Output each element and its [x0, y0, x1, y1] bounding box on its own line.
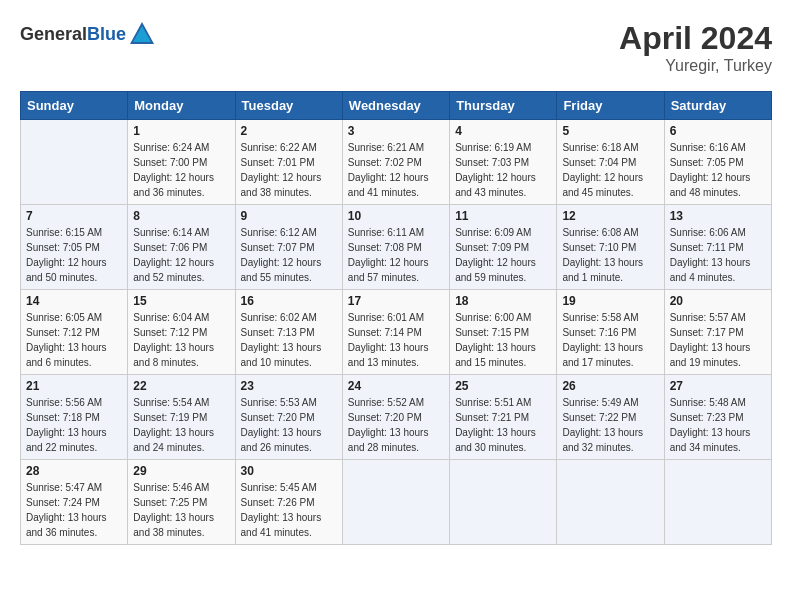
day-info: Sunrise: 6:12 AMSunset: 7:07 PMDaylight:…: [241, 225, 337, 285]
day-number: 18: [455, 294, 551, 308]
day-info: Sunrise: 6:15 AMSunset: 7:05 PMDaylight:…: [26, 225, 122, 285]
day-info: Sunrise: 6:01 AMSunset: 7:14 PMDaylight:…: [348, 310, 444, 370]
logo-icon: [128, 20, 156, 48]
day-cell: 28Sunrise: 5:47 AMSunset: 7:24 PMDayligh…: [21, 460, 128, 545]
week-row: 21Sunrise: 5:56 AMSunset: 7:18 PMDayligh…: [21, 375, 772, 460]
day-cell: 5Sunrise: 6:18 AMSunset: 7:04 PMDaylight…: [557, 120, 664, 205]
calendar-body: 1Sunrise: 6:24 AMSunset: 7:00 PMDaylight…: [21, 120, 772, 545]
day-cell: 27Sunrise: 5:48 AMSunset: 7:23 PMDayligh…: [664, 375, 771, 460]
calendar-header: SundayMondayTuesdayWednesdayThursdayFrid…: [21, 92, 772, 120]
week-row: 14Sunrise: 6:05 AMSunset: 7:12 PMDayligh…: [21, 290, 772, 375]
day-cell: 21Sunrise: 5:56 AMSunset: 7:18 PMDayligh…: [21, 375, 128, 460]
day-cell: 23Sunrise: 5:53 AMSunset: 7:20 PMDayligh…: [235, 375, 342, 460]
logo-general: General: [20, 24, 87, 44]
day-info: Sunrise: 5:45 AMSunset: 7:26 PMDaylight:…: [241, 480, 337, 540]
location-title: Yuregir, Turkey: [619, 57, 772, 75]
day-info: Sunrise: 5:58 AMSunset: 7:16 PMDaylight:…: [562, 310, 658, 370]
day-cell: 18Sunrise: 6:00 AMSunset: 7:15 PMDayligh…: [450, 290, 557, 375]
day-number: 14: [26, 294, 122, 308]
day-info: Sunrise: 6:05 AMSunset: 7:12 PMDaylight:…: [26, 310, 122, 370]
day-cell: 9Sunrise: 6:12 AMSunset: 7:07 PMDaylight…: [235, 205, 342, 290]
day-number: 29: [133, 464, 229, 478]
day-number: 7: [26, 209, 122, 223]
day-number: 22: [133, 379, 229, 393]
day-info: Sunrise: 6:06 AMSunset: 7:11 PMDaylight:…: [670, 225, 766, 285]
day-cell: 4Sunrise: 6:19 AMSunset: 7:03 PMDaylight…: [450, 120, 557, 205]
day-cell: [342, 460, 449, 545]
day-cell: 15Sunrise: 6:04 AMSunset: 7:12 PMDayligh…: [128, 290, 235, 375]
day-info: Sunrise: 6:04 AMSunset: 7:12 PMDaylight:…: [133, 310, 229, 370]
day-info: Sunrise: 6:09 AMSunset: 7:09 PMDaylight:…: [455, 225, 551, 285]
header-cell-thursday: Thursday: [450, 92, 557, 120]
day-info: Sunrise: 6:14 AMSunset: 7:06 PMDaylight:…: [133, 225, 229, 285]
day-cell: 10Sunrise: 6:11 AMSunset: 7:08 PMDayligh…: [342, 205, 449, 290]
day-info: Sunrise: 6:16 AMSunset: 7:05 PMDaylight:…: [670, 140, 766, 200]
day-cell: 22Sunrise: 5:54 AMSunset: 7:19 PMDayligh…: [128, 375, 235, 460]
day-info: Sunrise: 5:48 AMSunset: 7:23 PMDaylight:…: [670, 395, 766, 455]
day-cell: 19Sunrise: 5:58 AMSunset: 7:16 PMDayligh…: [557, 290, 664, 375]
day-number: 16: [241, 294, 337, 308]
title-area: April 2024 Yuregir, Turkey: [619, 20, 772, 75]
calendar-table: SundayMondayTuesdayWednesdayThursdayFrid…: [20, 91, 772, 545]
day-cell: 13Sunrise: 6:06 AMSunset: 7:11 PMDayligh…: [664, 205, 771, 290]
page-header: GeneralBlue April 2024 Yuregir, Turkey: [20, 20, 772, 75]
day-number: 13: [670, 209, 766, 223]
day-info: Sunrise: 6:24 AMSunset: 7:00 PMDaylight:…: [133, 140, 229, 200]
day-number: 26: [562, 379, 658, 393]
day-cell: 11Sunrise: 6:09 AMSunset: 7:09 PMDayligh…: [450, 205, 557, 290]
day-number: 9: [241, 209, 337, 223]
day-info: Sunrise: 5:47 AMSunset: 7:24 PMDaylight:…: [26, 480, 122, 540]
day-info: Sunrise: 6:19 AMSunset: 7:03 PMDaylight:…: [455, 140, 551, 200]
day-cell: [557, 460, 664, 545]
day-number: 28: [26, 464, 122, 478]
day-cell: 26Sunrise: 5:49 AMSunset: 7:22 PMDayligh…: [557, 375, 664, 460]
day-number: 5: [562, 124, 658, 138]
day-info: Sunrise: 6:21 AMSunset: 7:02 PMDaylight:…: [348, 140, 444, 200]
day-number: 21: [26, 379, 122, 393]
day-info: Sunrise: 6:02 AMSunset: 7:13 PMDaylight:…: [241, 310, 337, 370]
day-number: 4: [455, 124, 551, 138]
header-row: SundayMondayTuesdayWednesdayThursdayFrid…: [21, 92, 772, 120]
day-number: 24: [348, 379, 444, 393]
day-cell: 29Sunrise: 5:46 AMSunset: 7:25 PMDayligh…: [128, 460, 235, 545]
day-info: Sunrise: 5:46 AMSunset: 7:25 PMDaylight:…: [133, 480, 229, 540]
logo-blue: Blue: [87, 24, 126, 44]
day-info: Sunrise: 5:52 AMSunset: 7:20 PMDaylight:…: [348, 395, 444, 455]
day-number: 3: [348, 124, 444, 138]
day-cell: 6Sunrise: 6:16 AMSunset: 7:05 PMDaylight…: [664, 120, 771, 205]
day-number: 2: [241, 124, 337, 138]
day-info: Sunrise: 6:22 AMSunset: 7:01 PMDaylight:…: [241, 140, 337, 200]
day-info: Sunrise: 5:53 AMSunset: 7:20 PMDaylight:…: [241, 395, 337, 455]
day-number: 30: [241, 464, 337, 478]
day-info: Sunrise: 5:49 AMSunset: 7:22 PMDaylight:…: [562, 395, 658, 455]
day-cell: 1Sunrise: 6:24 AMSunset: 7:00 PMDaylight…: [128, 120, 235, 205]
day-number: 25: [455, 379, 551, 393]
day-info: Sunrise: 6:11 AMSunset: 7:08 PMDaylight:…: [348, 225, 444, 285]
day-info: Sunrise: 6:08 AMSunset: 7:10 PMDaylight:…: [562, 225, 658, 285]
day-info: Sunrise: 6:00 AMSunset: 7:15 PMDaylight:…: [455, 310, 551, 370]
day-cell: 7Sunrise: 6:15 AMSunset: 7:05 PMDaylight…: [21, 205, 128, 290]
day-number: 19: [562, 294, 658, 308]
week-row: 1Sunrise: 6:24 AMSunset: 7:00 PMDaylight…: [21, 120, 772, 205]
day-cell: 24Sunrise: 5:52 AMSunset: 7:20 PMDayligh…: [342, 375, 449, 460]
month-title: April 2024: [619, 20, 772, 57]
day-number: 23: [241, 379, 337, 393]
day-cell: 16Sunrise: 6:02 AMSunset: 7:13 PMDayligh…: [235, 290, 342, 375]
day-cell: 20Sunrise: 5:57 AMSunset: 7:17 PMDayligh…: [664, 290, 771, 375]
day-number: 15: [133, 294, 229, 308]
header-cell-wednesday: Wednesday: [342, 92, 449, 120]
day-cell: [450, 460, 557, 545]
day-cell: 3Sunrise: 6:21 AMSunset: 7:02 PMDaylight…: [342, 120, 449, 205]
day-number: 17: [348, 294, 444, 308]
day-cell: 14Sunrise: 6:05 AMSunset: 7:12 PMDayligh…: [21, 290, 128, 375]
day-number: 10: [348, 209, 444, 223]
day-info: Sunrise: 5:51 AMSunset: 7:21 PMDaylight:…: [455, 395, 551, 455]
day-number: 27: [670, 379, 766, 393]
day-cell: 17Sunrise: 6:01 AMSunset: 7:14 PMDayligh…: [342, 290, 449, 375]
day-number: 12: [562, 209, 658, 223]
day-number: 20: [670, 294, 766, 308]
logo: GeneralBlue: [20, 20, 156, 48]
day-cell: 25Sunrise: 5:51 AMSunset: 7:21 PMDayligh…: [450, 375, 557, 460]
day-cell: [664, 460, 771, 545]
header-cell-saturday: Saturday: [664, 92, 771, 120]
